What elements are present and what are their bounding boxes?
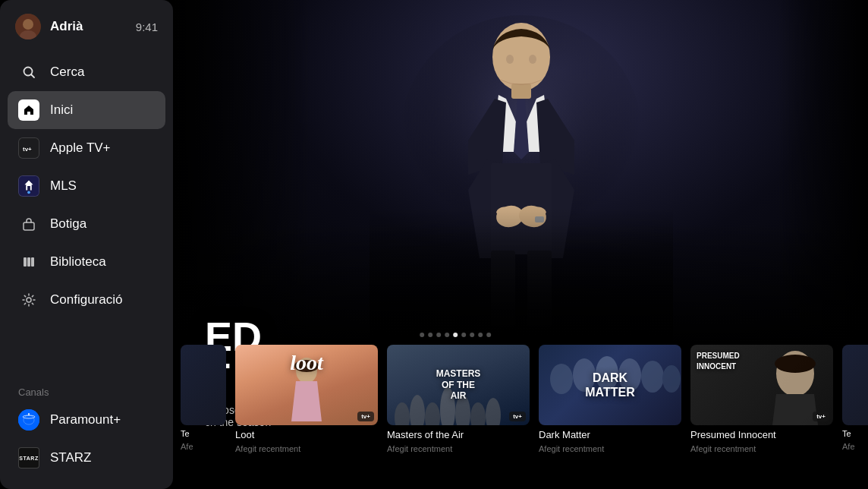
starz-icon: STARZ xyxy=(18,447,39,468)
darkmatter-title-text: DARKMATTER xyxy=(585,371,634,399)
card-subtitle-partial-left: Afe xyxy=(181,442,226,451)
hero-right-fade xyxy=(777,0,868,345)
sidebar-item-search[interactable]: Cerca xyxy=(8,53,165,91)
sidebar: Adrià 9:41 Cerca Inici xyxy=(0,0,173,489)
darkmatter-cover: DARKMATTER xyxy=(539,345,681,425)
svg-point-36 xyxy=(470,402,486,425)
svg-point-42 xyxy=(641,361,664,393)
card-title-darkmatter: Dark Matter xyxy=(539,429,681,440)
store-icon xyxy=(18,213,39,235)
card-image-partial-right xyxy=(842,345,868,425)
dot-5 xyxy=(453,333,458,337)
dot-1 xyxy=(420,333,424,337)
svg-point-43 xyxy=(662,365,681,393)
card-loot[interactable]: loot tv+ Loot Afegit recentment xyxy=(235,345,378,453)
sidebar-header: Adrià 9:41 xyxy=(0,0,173,50)
card-subtitle-loot: Afegit recentment xyxy=(235,444,378,453)
dot-6 xyxy=(461,333,466,337)
card-title-masters: Masters of the Air xyxy=(387,429,530,440)
dot-3 xyxy=(436,333,441,337)
home-icon xyxy=(18,99,39,121)
appletv-badge-presumed: tv+ xyxy=(813,412,829,421)
svg-point-13 xyxy=(18,409,39,431)
appletv-badge-loot: tv+ xyxy=(357,412,374,421)
sidebar-item-store[interactable]: Botiga xyxy=(8,205,165,243)
dot-2 xyxy=(428,333,432,337)
loot-cover: loot xyxy=(235,345,378,425)
card-title-loot: Loot xyxy=(235,429,378,440)
card-partial-right[interactable]: Te Afe xyxy=(842,345,868,451)
card-image-partial-left xyxy=(181,345,226,425)
appletv-icon: tv+ xyxy=(18,137,39,159)
hero-scene xyxy=(175,0,868,345)
card-title-partial-left: Te xyxy=(181,429,226,438)
loot-word: loot xyxy=(290,351,323,374)
svg-point-37 xyxy=(486,398,501,425)
svg-rect-8 xyxy=(24,222,34,230)
dot-7 xyxy=(470,333,474,337)
card-subtitle-masters: Afegit recentment xyxy=(387,444,530,453)
svg-point-7 xyxy=(27,191,30,194)
sidebar-item-home[interactable]: Inici xyxy=(8,91,165,129)
dot-9 xyxy=(486,333,491,337)
loot-title-text: loot xyxy=(235,351,378,375)
appletv-badge-text-loot: tv+ xyxy=(361,413,370,420)
svg-text:tv+: tv+ xyxy=(23,146,32,153)
sidebar-item-label-starz: STARZ xyxy=(50,450,91,465)
search-icon xyxy=(18,62,39,83)
user-name: Adrià xyxy=(50,19,83,34)
sidebar-item-appletv[interactable]: tv+ Apple TV+ xyxy=(8,129,165,167)
dot-4 xyxy=(445,333,449,337)
avatar xyxy=(15,14,41,39)
sidebar-item-settings[interactable]: Configuració xyxy=(8,281,165,319)
card-subtitle-darkmatter: Afegit recentment xyxy=(539,444,681,453)
card-presumed[interactable]: PRESUMEDINNOCENT tv+ Presumed Innocent A… xyxy=(690,345,833,453)
sidebar-item-paramount[interactable]: Paramount+ xyxy=(8,401,165,439)
svg-rect-10 xyxy=(27,257,30,267)
dot-8 xyxy=(478,333,483,337)
card-subtitle-presumed: Afegit recentment xyxy=(690,444,833,453)
appletv-badge-masters: tv+ xyxy=(509,412,526,421)
sidebar-item-label-home: Inici xyxy=(50,103,73,118)
card-darkmatter[interactable]: DARKMATTER Dark Matter Afegit recentment xyxy=(539,345,681,453)
sidebar-item-library[interactable]: Biblioteca xyxy=(8,243,165,281)
card-image-presumed: PRESUMEDINNOCENT tv+ xyxy=(690,345,833,425)
card-title-presumed: Presumed Innocent xyxy=(690,429,833,440)
card-partial-left[interactable]: Te Afe xyxy=(181,345,226,451)
svg-point-31 xyxy=(395,402,410,425)
card-title-partial-right: Te xyxy=(842,429,868,438)
masters-title-text: MASTERSOF THEAIR xyxy=(436,368,481,401)
appletv-badge-text-presumed: tv+ xyxy=(816,413,826,420)
card-subtitle-partial-right: Afe xyxy=(842,442,868,451)
card-image-darkmatter: DARKMATTER xyxy=(539,345,681,425)
sidebar-item-starz[interactable]: STARZ STARZ xyxy=(8,439,165,477)
sidebar-item-label-library: Biblioteca xyxy=(50,254,106,270)
svg-point-45 xyxy=(775,355,816,373)
hero-bottom-fade xyxy=(175,224,868,345)
card-masters[interactable]: MASTERSOF THEAIR tv+ Masters of the Air … xyxy=(387,345,530,453)
sidebar-item-label-store: Botiga xyxy=(50,216,86,232)
settings-icon xyxy=(18,289,39,311)
svg-point-1 xyxy=(23,19,33,30)
svg-point-38 xyxy=(550,364,573,394)
mls-icon xyxy=(18,175,39,197)
svg-point-12 xyxy=(27,298,31,302)
svg-rect-9 xyxy=(24,257,27,267)
svg-rect-11 xyxy=(31,257,34,267)
svg-line-4 xyxy=(32,75,35,78)
sidebar-item-mls[interactable]: MLS xyxy=(8,167,165,205)
appletv-badge-text-masters: tv+ xyxy=(513,413,522,420)
paramount-icon xyxy=(18,409,39,431)
library-icon xyxy=(18,251,39,273)
content-cards: Te Afe loot tv+ Loot Afegit recentm xyxy=(175,345,868,489)
sidebar-item-label-mls: MLS xyxy=(50,178,77,194)
svg-point-3 xyxy=(24,68,33,76)
time-display: 9:41 xyxy=(136,21,158,33)
presumed-cover: PRESUMEDINNOCENT xyxy=(690,345,833,425)
sidebar-item-label-settings: Configuració xyxy=(50,292,122,308)
channels-section-label: Canals xyxy=(0,380,173,401)
card-image-loot: loot tv+ xyxy=(235,345,378,425)
sidebar-item-label-search: Cerca xyxy=(50,65,84,80)
card-image-masters: MASTERSOF THEAIR tv+ xyxy=(387,345,530,425)
dots-indicator xyxy=(420,333,491,337)
